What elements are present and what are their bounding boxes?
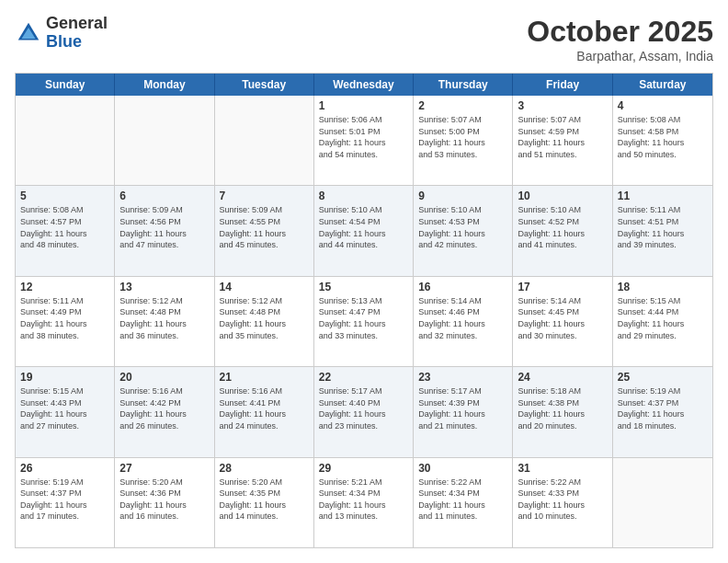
- day-number: 1: [319, 99, 408, 112]
- day-number: 22: [319, 371, 408, 384]
- day-info: Sunrise: 5:09 AM Sunset: 4:56 PM Dayligh…: [119, 204, 209, 250]
- day-cell: 27Sunrise: 5:20 AM Sunset: 4:36 PM Dayli…: [115, 458, 214, 547]
- day-number: 31: [518, 462, 607, 475]
- day-info: Sunrise: 5:17 AM Sunset: 4:39 PM Dayligh…: [418, 385, 507, 431]
- day-cell: 7Sunrise: 5:09 AM Sunset: 4:55 PM Daylig…: [215, 186, 314, 275]
- logo-text: General Blue: [46, 15, 108, 52]
- day-info: Sunrise: 5:21 AM Sunset: 4:34 PM Dayligh…: [319, 477, 408, 523]
- day-info: Sunrise: 5:12 AM Sunset: 4:48 PM Dayligh…: [119, 295, 209, 341]
- day-cell: 1Sunrise: 5:06 AM Sunset: 5:01 PM Daylig…: [314, 96, 414, 185]
- logo: General Blue: [15, 15, 108, 52]
- empty-cell: [215, 96, 314, 185]
- day-info: Sunrise: 5:09 AM Sunset: 4:55 PM Dayligh…: [220, 204, 309, 250]
- day-info: Sunrise: 5:10 AM Sunset: 4:54 PM Dayligh…: [319, 204, 408, 250]
- day-cell: 22Sunrise: 5:17 AM Sunset: 4:40 PM Dayli…: [314, 367, 414, 456]
- header: General Blue October 2025 Barpathar, Ass…: [15, 15, 713, 63]
- day-number: 27: [119, 462, 209, 475]
- day-info: Sunrise: 5:19 AM Sunset: 4:37 PM Dayligh…: [618, 385, 708, 431]
- day-cell: 25Sunrise: 5:19 AM Sunset: 4:37 PM Dayli…: [613, 367, 712, 456]
- day-info: Sunrise: 5:06 AM Sunset: 5:01 PM Dayligh…: [319, 114, 408, 160]
- day-info: Sunrise: 5:20 AM Sunset: 4:35 PM Dayligh…: [220, 477, 309, 523]
- calendar-row: 19Sunrise: 5:15 AM Sunset: 4:43 PM Dayli…: [16, 367, 712, 457]
- day-info: Sunrise: 5:10 AM Sunset: 4:53 PM Dayligh…: [418, 204, 507, 250]
- day-cell: 31Sunrise: 5:22 AM Sunset: 4:33 PM Dayli…: [513, 458, 612, 547]
- day-number: 8: [319, 190, 408, 202]
- weekday-header: Wednesday: [314, 74, 414, 96]
- month-title: October 2025: [527, 15, 713, 49]
- day-info: Sunrise: 5:20 AM Sunset: 4:36 PM Dayligh…: [119, 477, 209, 523]
- day-number: 20: [119, 371, 209, 384]
- title-area: October 2025 Barpathar, Assam, India: [527, 15, 713, 63]
- location: Barpathar, Assam, India: [527, 49, 713, 63]
- day-number: 26: [20, 462, 109, 475]
- day-info: Sunrise: 5:11 AM Sunset: 4:51 PM Dayligh…: [618, 204, 708, 250]
- day-info: Sunrise: 5:14 AM Sunset: 4:46 PM Dayligh…: [418, 295, 507, 341]
- weekday-header: Friday: [513, 74, 612, 96]
- day-number: 5: [20, 190, 109, 202]
- day-number: 11: [618, 190, 708, 202]
- calendar-row: 5Sunrise: 5:08 AM Sunset: 4:57 PM Daylig…: [16, 186, 712, 276]
- day-number: 25: [618, 371, 708, 384]
- day-info: Sunrise: 5:18 AM Sunset: 4:38 PM Dayligh…: [518, 385, 607, 431]
- day-cell: 11Sunrise: 5:11 AM Sunset: 4:51 PM Dayli…: [613, 186, 712, 275]
- day-cell: 10Sunrise: 5:10 AM Sunset: 4:52 PM Dayli…: [513, 186, 612, 275]
- day-number: 2: [418, 99, 507, 112]
- day-number: 7: [220, 190, 309, 202]
- day-cell: 18Sunrise: 5:15 AM Sunset: 4:44 PM Dayli…: [613, 277, 712, 366]
- day-number: 18: [618, 281, 708, 293]
- logo-blue-text: Blue: [46, 33, 108, 52]
- day-number: 30: [418, 462, 507, 475]
- day-info: Sunrise: 5:08 AM Sunset: 4:58 PM Dayligh…: [618, 114, 708, 160]
- logo-general-text: General: [46, 15, 108, 33]
- day-cell: 6Sunrise: 5:09 AM Sunset: 4:56 PM Daylig…: [115, 186, 214, 275]
- logo-icon: [15, 19, 42, 47]
- day-cell: 29Sunrise: 5:21 AM Sunset: 4:34 PM Dayli…: [314, 458, 414, 547]
- day-cell: 17Sunrise: 5:14 AM Sunset: 4:45 PM Dayli…: [513, 277, 612, 366]
- day-number: 4: [618, 99, 708, 112]
- calendar: SundayMondayTuesdayWednesdayThursdayFrid…: [15, 73, 713, 548]
- day-cell: 21Sunrise: 5:16 AM Sunset: 4:41 PM Dayli…: [215, 367, 314, 456]
- day-info: Sunrise: 5:07 AM Sunset: 4:59 PM Dayligh…: [518, 114, 607, 160]
- day-number: 17: [518, 281, 607, 293]
- day-number: 29: [319, 462, 408, 475]
- day-number: 19: [20, 371, 109, 384]
- calendar-row: 12Sunrise: 5:11 AM Sunset: 4:49 PM Dayli…: [16, 277, 712, 367]
- empty-cell: [613, 458, 712, 547]
- day-number: 16: [418, 281, 507, 293]
- empty-cell: [115, 96, 214, 185]
- day-cell: 12Sunrise: 5:11 AM Sunset: 4:49 PM Dayli…: [16, 277, 115, 366]
- day-cell: 28Sunrise: 5:20 AM Sunset: 4:35 PM Dayli…: [215, 458, 314, 547]
- day-cell: 3Sunrise: 5:07 AM Sunset: 4:59 PM Daylig…: [513, 96, 612, 185]
- day-info: Sunrise: 5:15 AM Sunset: 4:43 PM Dayligh…: [20, 385, 109, 431]
- day-number: 13: [119, 281, 209, 293]
- day-number: 10: [518, 190, 607, 202]
- day-number: 12: [20, 281, 109, 293]
- day-cell: 15Sunrise: 5:13 AM Sunset: 4:47 PM Dayli…: [314, 277, 414, 366]
- day-cell: 24Sunrise: 5:18 AM Sunset: 4:38 PM Dayli…: [513, 367, 612, 456]
- day-number: 15: [319, 281, 408, 293]
- day-number: 14: [220, 281, 309, 293]
- day-info: Sunrise: 5:16 AM Sunset: 4:42 PM Dayligh…: [119, 385, 209, 431]
- day-info: Sunrise: 5:22 AM Sunset: 4:33 PM Dayligh…: [518, 477, 607, 523]
- day-info: Sunrise: 5:17 AM Sunset: 4:40 PM Dayligh…: [319, 385, 408, 431]
- weekday-header: Saturday: [613, 74, 712, 96]
- day-cell: 9Sunrise: 5:10 AM Sunset: 4:53 PM Daylig…: [414, 186, 513, 275]
- weekday-header: Thursday: [414, 74, 513, 96]
- day-number: 3: [518, 99, 607, 112]
- weekday-header: Sunday: [16, 74, 115, 96]
- day-info: Sunrise: 5:19 AM Sunset: 4:37 PM Dayligh…: [20, 477, 109, 523]
- day-cell: 20Sunrise: 5:16 AM Sunset: 4:42 PM Dayli…: [115, 367, 214, 456]
- day-cell: 16Sunrise: 5:14 AM Sunset: 4:46 PM Dayli…: [414, 277, 513, 366]
- day-number: 24: [518, 371, 607, 384]
- day-cell: 8Sunrise: 5:10 AM Sunset: 4:54 PM Daylig…: [314, 186, 414, 275]
- day-info: Sunrise: 5:13 AM Sunset: 4:47 PM Dayligh…: [319, 295, 408, 341]
- day-info: Sunrise: 5:10 AM Sunset: 4:52 PM Dayligh…: [518, 204, 607, 250]
- calendar-header: SundayMondayTuesdayWednesdayThursdayFrid…: [16, 74, 712, 96]
- day-info: Sunrise: 5:22 AM Sunset: 4:34 PM Dayligh…: [418, 477, 507, 523]
- day-info: Sunrise: 5:16 AM Sunset: 4:41 PM Dayligh…: [220, 385, 309, 431]
- calendar-body: 1Sunrise: 5:06 AM Sunset: 5:01 PM Daylig…: [16, 96, 712, 547]
- day-info: Sunrise: 5:11 AM Sunset: 4:49 PM Dayligh…: [20, 295, 109, 341]
- day-cell: 4Sunrise: 5:08 AM Sunset: 4:58 PM Daylig…: [613, 96, 712, 185]
- day-cell: 5Sunrise: 5:08 AM Sunset: 4:57 PM Daylig…: [16, 186, 115, 275]
- day-cell: 26Sunrise: 5:19 AM Sunset: 4:37 PM Dayli…: [16, 458, 115, 547]
